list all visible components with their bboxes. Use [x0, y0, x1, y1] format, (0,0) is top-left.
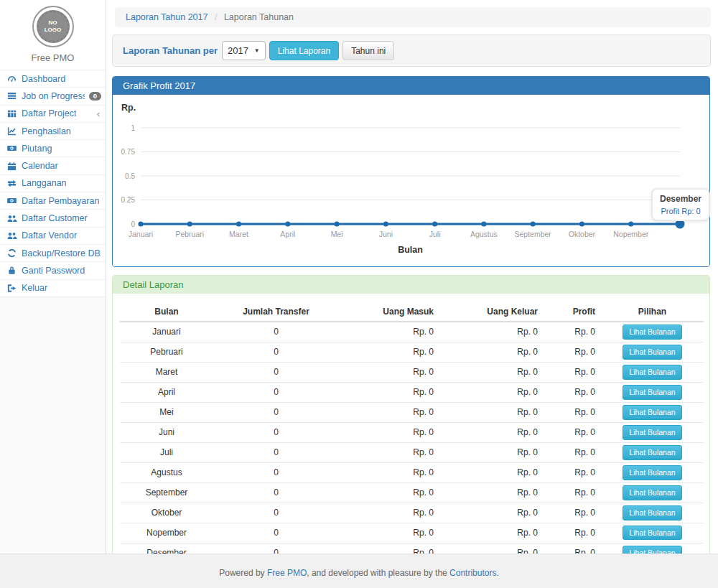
- table-cell: Rp. 0: [339, 482, 439, 503]
- table-cell: 0: [213, 523, 339, 543]
- footer-text-middle: , and developed with pleasure by the: [307, 568, 449, 578]
- sidebar-item-backup-restore-db[interactable]: Backup/Restore DB: [0, 245, 106, 262]
- report-filter-bar: Laporan Tahunan per 2017 ▼ Lihat Laporan…: [112, 34, 711, 67]
- view-monthly-button[interactable]: Lihat Bulanan: [623, 526, 681, 541]
- table-cell: 0: [213, 462, 339, 482]
- svg-text:Rp.: Rp.: [121, 103, 136, 113]
- chart-panel-body: Rp.00.250.50.751JanuariPebruariMaretApri…: [113, 95, 709, 266]
- table-cell: Rp. 0: [544, 342, 601, 362]
- view-monthly-button[interactable]: Lihat Bulanan: [623, 405, 681, 420]
- view-monthly-button[interactable]: Lihat Bulanan: [623, 365, 681, 380]
- retweet-icon: [6, 178, 17, 189]
- sidebar-item-ganti-password[interactable]: Ganti Password: [0, 262, 106, 279]
- table-cell: Rp. 0: [439, 402, 544, 422]
- svg-text:Juli: Juli: [429, 230, 441, 238]
- table-cell-actions: Lihat Bulanan: [601, 503, 704, 523]
- table-cell: Oktober: [120, 503, 213, 523]
- table-cell: Rp. 0: [544, 442, 601, 462]
- footer-link-freepmo[interactable]: Free PMO: [267, 568, 307, 578]
- table-cell: 0: [213, 442, 339, 462]
- table-cell: Rp. 0: [439, 422, 544, 442]
- sidebar-item-label: Calendar: [22, 161, 58, 171]
- logo-text-line2: LOGO: [45, 27, 62, 34]
- sidebar-item-calendar[interactable]: Calendar: [0, 157, 106, 174]
- view-monthly-button[interactable]: Lihat Bulanan: [623, 325, 681, 340]
- sidebar-item-langganan[interactable]: Langganan: [0, 175, 106, 192]
- dashboard-icon: [6, 73, 17, 84]
- table-cell: Rp. 0: [439, 523, 544, 543]
- table-icon: [6, 108, 17, 119]
- view-monthly-button[interactable]: Lihat Bulanan: [623, 425, 681, 440]
- svg-text:0.25: 0.25: [121, 196, 136, 204]
- table-cell: 0: [213, 482, 339, 503]
- table-row: April0Rp. 0Rp. 0Rp. 0Lihat Bulanan: [120, 382, 704, 402]
- profit-chart-panel: Grafik Profit 2017 Rp.00.250.50.751Janua…: [112, 76, 710, 267]
- table-cell: 0: [213, 362, 339, 382]
- sidebar-item-daftar-pembayaran[interactable]: Daftar Pembayaran: [0, 192, 106, 210]
- column-header: Jumlah Transfer: [213, 302, 339, 322]
- year-select-value: 2017: [228, 45, 248, 56]
- table-cell: Rp. 0: [339, 503, 439, 523]
- table-cell-actions: Lihat Bulanan: [601, 523, 704, 543]
- table-cell: 0: [213, 422, 339, 442]
- breadcrumb-current: Laporan Tahunan: [224, 12, 294, 22]
- sidebar-item-dashboard[interactable]: Dashboard: [0, 70, 106, 88]
- table-cell: Rp. 0: [339, 402, 439, 422]
- table-cell: Rp. 0: [339, 342, 439, 362]
- column-header: Profit: [544, 302, 601, 322]
- table-cell: Pebruari: [120, 342, 213, 362]
- page: NO LOGO Free PMO DashboardJob on Progres…: [0, 0, 718, 588]
- table-cell: Rp. 0: [544, 462, 601, 482]
- table-row: Januari0Rp. 0Rp. 0Rp. 0Lihat Bulanan: [120, 322, 704, 342]
- view-monthly-button[interactable]: Lihat Bulanan: [623, 465, 681, 480]
- sidebar-item-daftar-customer[interactable]: Daftar Customer: [0, 210, 106, 227]
- app-logo: NO LOGO: [32, 6, 74, 47]
- sidebar-item-label: Daftar Project: [22, 108, 76, 118]
- table-cell: April: [120, 382, 213, 402]
- tasks-icon: [6, 90, 17, 101]
- footer-link-contributors[interactable]: Contributors.: [449, 568, 499, 578]
- view-monthly-button[interactable]: Lihat Bulanan: [623, 385, 681, 400]
- view-monthly-button[interactable]: Lihat Bulanan: [623, 345, 681, 360]
- table-cell: Maret: [120, 362, 213, 382]
- table-header-row: BulanJumlah TransferUang MasukUang Kelua…: [120, 302, 704, 322]
- view-report-button[interactable]: Lihat Laporan: [269, 41, 339, 60]
- table-cell: 0: [213, 322, 339, 342]
- chart-hover-tooltip: Desember Profit Rp: 0: [651, 188, 710, 221]
- sidebar-item-keluar[interactable]: Keluar: [0, 280, 106, 297]
- year-select[interactable]: 2017 ▼: [222, 41, 266, 60]
- table-cell: Rp. 0: [439, 342, 544, 362]
- table-cell-actions: Lihat Bulanan: [601, 342, 704, 362]
- profit-line-chart[interactable]: Rp.00.250.50.751JanuariPebruariMaretApri…: [113, 95, 709, 268]
- sidebar-item-job-on-progress[interactable]: Job on Progress0: [0, 88, 106, 105]
- sidebar-item-daftar-project[interactable]: Daftar Project‹: [0, 106, 106, 123]
- sidebar-item-piutang[interactable]: Piutang: [0, 140, 106, 157]
- table-row: Maret0Rp. 0Rp. 0Rp. 0Lihat Bulanan: [120, 362, 704, 382]
- table-cell: Rp. 0: [544, 503, 601, 523]
- view-monthly-button[interactable]: Lihat Bulanan: [623, 485, 681, 500]
- svg-text:Agustus: Agustus: [470, 230, 498, 238]
- sidebar-item-penghasilan[interactable]: Penghasilan: [0, 123, 106, 140]
- table-row: September0Rp. 0Rp. 0Rp. 0Lihat Bulanan: [120, 482, 704, 503]
- svg-text:0.75: 0.75: [121, 148, 136, 156]
- table-row: Pebruari0Rp. 0Rp. 0Rp. 0Lihat Bulanan: [120, 342, 704, 362]
- table-cell-actions: Lihat Bulanan: [601, 322, 704, 342]
- table-cell: Rp. 0: [339, 322, 439, 342]
- column-header: Bulan: [120, 302, 213, 322]
- refresh-icon: [6, 248, 17, 258]
- sidebar-item-daftar-vendor[interactable]: Daftar Vendor: [0, 228, 106, 245]
- main-content: Laporan Tahun 2017 / Laporan Tahunan Lap…: [106, 0, 718, 554]
- view-monthly-button[interactable]: Lihat Bulanan: [623, 445, 681, 460]
- svg-text:0: 0: [131, 220, 135, 228]
- brand: NO LOGO Free PMO: [0, 0, 106, 63]
- view-monthly-button[interactable]: Lihat Bulanan: [623, 505, 681, 521]
- svg-text:1: 1: [131, 124, 135, 132]
- table-row: Agustus0Rp. 0Rp. 0Rp. 0Lihat Bulanan: [120, 462, 704, 482]
- breadcrumb-link[interactable]: Laporan Tahun 2017: [126, 12, 208, 22]
- calendar-icon: [6, 161, 17, 172]
- table-cell-actions: Lihat Bulanan: [601, 462, 704, 482]
- this-year-button[interactable]: Tahun ini: [342, 41, 394, 60]
- table-cell: Juni: [120, 422, 213, 442]
- table-cell: Rp. 0: [544, 482, 601, 503]
- svg-text:Bulan: Bulan: [398, 245, 423, 255]
